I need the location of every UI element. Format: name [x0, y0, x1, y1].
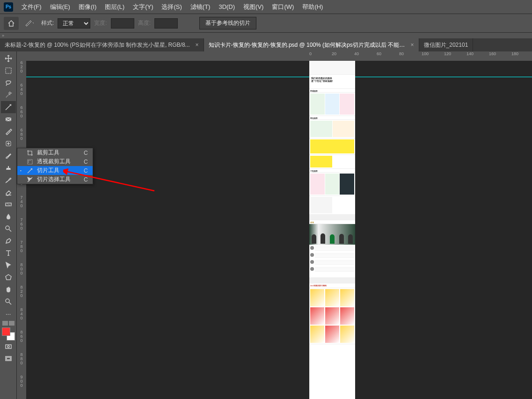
- flyout-item-slice[interactable]: • 切片工具 C: [17, 166, 93, 175]
- selected-indicator: •: [20, 168, 23, 173]
- vertical-ruler[interactable]: 6206406606807007207407607808008208408608…: [17, 51, 26, 399]
- slice-select-icon: [27, 176, 33, 183]
- crop-icon: [27, 150, 33, 156]
- menu-3d[interactable]: 3D(D): [215, 1, 239, 12]
- zoom-tool[interactable]: [1, 296, 16, 308]
- move-tool[interactable]: [1, 52, 16, 65]
- menu-file[interactable]: 文件(F): [18, 1, 45, 13]
- slice-tool[interactable]: [1, 101, 16, 113]
- menu-help[interactable]: 帮助(H): [299, 1, 327, 13]
- flyout-shortcut: C: [84, 159, 88, 165]
- edit-toolbar[interactable]: ···: [1, 308, 16, 320]
- chevron-right-icon: »: [2, 33, 4, 38]
- style-label: 样式:: [41, 19, 54, 27]
- svg-point-7: [7, 346, 9, 348]
- screen-mode-tool[interactable]: [1, 353, 16, 365]
- document-content: 我们相信最好的服务是"个性化"因材施教! 常规服务 特色服务 个性服务 课资 c…: [309, 61, 355, 399]
- flyout-item-perspective-crop[interactable]: 透视裁剪工具 C: [17, 157, 93, 166]
- height-label: 高度:: [138, 19, 151, 27]
- svg-rect-9: [7, 357, 10, 360]
- horizontal-ruler[interactable]: 020406080100120140160180: [26, 51, 532, 61]
- panel-expand-handle[interactable]: »: [0, 33, 532, 38]
- marquee-tool[interactable]: [1, 65, 16, 77]
- slice-from-guides-button[interactable]: 基于参考线的切片: [199, 17, 256, 29]
- tab-title: 未标题-2-恢复的 @ 100% (PS如何在字体旁添加 制作发光小星星, RG…: [5, 41, 190, 49]
- menu-filter[interactable]: 滤镜(T): [187, 1, 214, 13]
- menu-type[interactable]: 文字(Y): [129, 1, 157, 13]
- path-selection-tool[interactable]: [1, 259, 16, 271]
- options-bar: 样式: 正常 宽度: 高度: 基于参考线的切片: [0, 14, 532, 33]
- flyout-label: 透视裁剪工具: [37, 158, 71, 166]
- shape-tool[interactable]: [1, 271, 16, 283]
- blur-tool[interactable]: [1, 210, 16, 223]
- menu-window[interactable]: 窗口(W): [268, 1, 298, 13]
- document-tab[interactable]: 知识卡片-恢复的-恢复的-恢复的.psd @ 100% (如何解决ps切片完成以…: [204, 38, 419, 51]
- svg-point-4: [6, 226, 9, 230]
- history-brush-tool[interactable]: [1, 174, 16, 186]
- healing-brush-tool[interactable]: [1, 138, 16, 150]
- eraser-tool[interactable]: [1, 186, 16, 198]
- gradient-tool[interactable]: [1, 198, 16, 210]
- home-button[interactable]: [4, 17, 19, 30]
- canvas-viewport[interactable]: 我们相信最好的服务是"个性化"因材施教! 常规服务 特色服务 个性服务 课资 c…: [26, 61, 532, 399]
- clone-stamp-tool[interactable]: [1, 162, 16, 174]
- lasso-tool[interactable]: [1, 77, 16, 89]
- flyout-shortcut: C: [84, 167, 88, 174]
- canvas-area: 020406080100120140160180 我们相信最好的服务是"个性化"…: [26, 51, 532, 399]
- brush-tool[interactable]: [1, 150, 16, 162]
- height-input[interactable]: [154, 18, 178, 29]
- style-select[interactable]: 正常: [58, 18, 90, 29]
- flyout-shortcut: C: [84, 150, 88, 156]
- document-tabs: 未标题-2-恢复的 @ 100% (PS如何在字体旁添加 制作发光小星星, RG…: [0, 38, 532, 51]
- menu-layer[interactable]: 图层(L): [101, 1, 128, 13]
- perspective-crop-icon: [27, 159, 33, 165]
- horizontal-guide[interactable]: [26, 77, 532, 77]
- menu-select[interactable]: 选择(S): [158, 1, 185, 13]
- type-tool[interactable]: [1, 247, 16, 259]
- width-input[interactable]: [111, 18, 134, 29]
- menu-view[interactable]: 视图(V): [240, 1, 267, 13]
- magic-wand-tool[interactable]: [1, 89, 16, 101]
- color-swatches[interactable]: [2, 327, 15, 341]
- tool-preset-icon[interactable]: [22, 19, 37, 28]
- menu-edit[interactable]: 编辑(E): [46, 1, 74, 13]
- tab-title: 知识卡片-恢复的-恢复的-恢复的.psd @ 100% (如何解决ps切片完成以…: [209, 41, 405, 49]
- document-tab[interactable]: 未标题-2-恢复的 @ 100% (PS如何在字体旁添加 制作发光小星星, RG…: [0, 38, 204, 51]
- tools-panel: ···: [0, 51, 17, 399]
- eyedropper-tool[interactable]: [1, 125, 16, 138]
- menu-image[interactable]: 图像(I): [75, 1, 100, 13]
- svg-rect-0: [6, 68, 11, 73]
- flyout-label: 切片选择工具: [37, 175, 71, 183]
- close-icon[interactable]: ×: [196, 42, 199, 48]
- tab-title: 微信图片_202101: [424, 41, 468, 49]
- foreground-color[interactable]: [2, 327, 10, 336]
- flyout-item-crop[interactable]: 裁剪工具 C: [17, 148, 93, 157]
- pen-tool[interactable]: [1, 235, 16, 247]
- flyout-item-slice-select[interactable]: 切片选择工具 C: [17, 175, 93, 184]
- svg-point-5: [6, 299, 9, 303]
- quick-mask-tool[interactable]: [1, 341, 16, 353]
- app-logo: Ps: [4, 2, 13, 12]
- flyout-shortcut: C: [84, 176, 88, 183]
- hand-tool[interactable]: [1, 283, 16, 296]
- flyout-label: 切片工具: [37, 167, 71, 174]
- close-icon[interactable]: ×: [411, 42, 414, 48]
- dodge-tool[interactable]: [1, 223, 16, 235]
- width-label: 宽度:: [94, 19, 107, 27]
- frame-tool[interactable]: [1, 113, 16, 125]
- crop-tool-flyout: 裁剪工具 C 透视裁剪工具 C • 切片工具 C 切片选择工具 C: [17, 148, 93, 184]
- flyout-label: 裁剪工具: [37, 149, 71, 157]
- color-swap-icons[interactable]: [2, 321, 15, 326]
- document-tab[interactable]: 微信图片_202101: [419, 38, 474, 51]
- workspace: ··· 620640660680700720740760780800820840…: [0, 51, 532, 399]
- menu-bar: Ps 文件(F) 编辑(E) 图像(I) 图层(L) 文字(Y) 选择(S) 滤…: [0, 0, 532, 14]
- slice-icon: [27, 167, 33, 174]
